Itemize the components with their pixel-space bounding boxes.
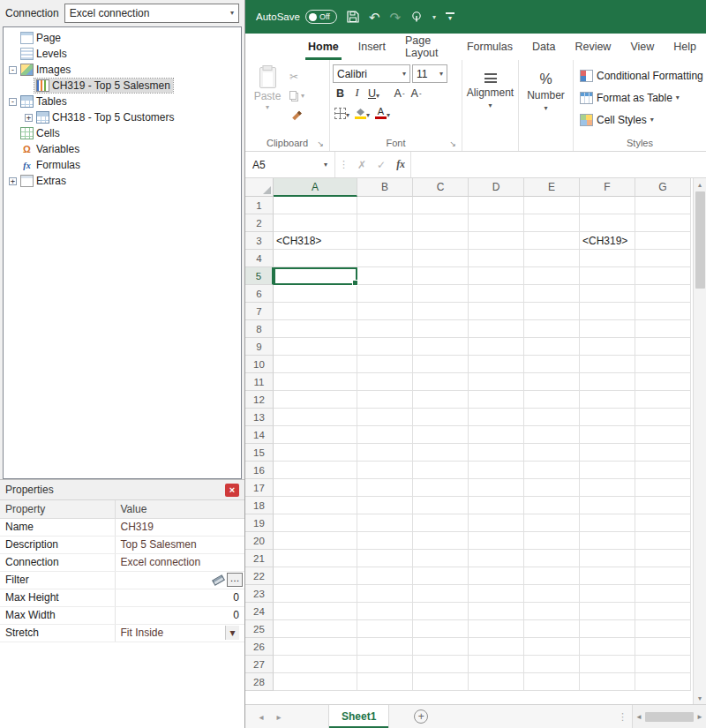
cell-B2[interactable] (357, 214, 413, 232)
cell-F1[interactable] (580, 197, 635, 214)
insert-function-icon[interactable]: fx (391, 152, 410, 177)
cell-F9[interactable] (580, 338, 635, 356)
cell-A4[interactable] (274, 250, 357, 267)
tree-item-ch319-top-5-salesmen[interactable]: CH319 - Top 5 Salesmen (4, 78, 241, 94)
row-header-21[interactable]: 21 (245, 550, 274, 567)
sheet-tab-sheet1[interactable]: Sheet1 (328, 705, 389, 728)
cancel-icon[interactable]: ✗ (352, 152, 372, 177)
cell-G18[interactable] (635, 497, 691, 514)
cell-G26[interactable] (635, 638, 691, 656)
cell-C9[interactable] (413, 338, 469, 356)
row-header-22[interactable]: 22 (245, 567, 274, 585)
column-header-A[interactable]: A (274, 178, 357, 197)
cell-G20[interactable] (635, 532, 691, 550)
sheet-nav-right-icon[interactable]: ▸ (270, 705, 288, 728)
cell-F15[interactable] (580, 444, 635, 462)
cell-B12[interactable] (357, 391, 413, 409)
cell-E15[interactable] (524, 444, 580, 462)
cell-G21[interactable] (635, 550, 691, 567)
cell-F12[interactable] (580, 391, 635, 409)
property-value[interactable]: … (115, 571, 244, 589)
cell-C10[interactable] (413, 356, 469, 373)
ribbon-tab-review[interactable]: Review (565, 34, 620, 60)
row-header-23[interactable]: 23 (245, 585, 274, 603)
cell-A8[interactable] (274, 320, 357, 338)
cell-G25[interactable] (635, 620, 691, 638)
horizontal-scrollbar[interactable]: ◄ ► (632, 705, 706, 728)
cell-C16[interactable] (413, 462, 469, 479)
row-header-12[interactable]: 12 (245, 391, 274, 409)
cell-D3[interactable] (469, 232, 524, 250)
ribbon-tab-page-layout[interactable]: Page Layout (395, 34, 457, 60)
cell-C2[interactable] (413, 214, 469, 232)
row-header-15[interactable]: 15 (245, 444, 274, 462)
cell-C18[interactable] (413, 497, 469, 514)
cell-D18[interactable] (469, 497, 524, 514)
cell-G7[interactable] (635, 303, 691, 320)
cell-C7[interactable] (413, 303, 469, 320)
format-painter-button[interactable] (287, 107, 307, 124)
cell-E12[interactable] (524, 391, 580, 409)
cell-F5[interactable] (580, 267, 635, 285)
cell-E13[interactable] (524, 409, 580, 426)
cell-C11[interactable] (413, 373, 469, 391)
cell-B26[interactable] (357, 638, 413, 656)
scroll-down-icon[interactable]: ▾ (694, 692, 706, 704)
property-row-description[interactable]: DescriptionTop 5 Salesmen (0, 536, 244, 553)
scroll-left-icon[interactable]: ◄ (633, 705, 645, 728)
cell-F10[interactable] (580, 356, 635, 373)
tree-item-extras[interactable]: +Extras (4, 173, 241, 189)
row-header-10[interactable]: 10 (245, 356, 274, 373)
cell-B23[interactable] (357, 585, 413, 603)
cell-G17[interactable] (635, 479, 691, 497)
chevron-down-icon[interactable]: ▾ (437, 71, 443, 78)
property-row-filter[interactable]: Filter… (0, 571, 244, 589)
cell-C15[interactable] (413, 444, 469, 462)
cell-A28[interactable] (274, 673, 357, 691)
cell-E14[interactable] (524, 426, 580, 444)
cell-A11[interactable] (274, 373, 357, 391)
cell-D28[interactable] (469, 673, 524, 691)
touch-mode-icon[interactable] (410, 11, 423, 23)
eraser-icon[interactable] (212, 574, 225, 586)
cell-C27[interactable] (413, 656, 469, 673)
cell-styles-button[interactable]: Cell Styles ▾ (580, 110, 703, 130)
cell-F22[interactable] (580, 567, 635, 585)
column-header-B[interactable]: B (357, 178, 413, 197)
cell-A10[interactable] (274, 356, 357, 373)
cell-B18[interactable] (357, 497, 413, 514)
cell-C23[interactable] (413, 585, 469, 603)
cell-F17[interactable] (580, 479, 635, 497)
cell-F14[interactable] (580, 426, 635, 444)
cell-E8[interactable] (524, 320, 580, 338)
chevron-down-icon[interactable]: ▾ (400, 71, 406, 78)
cell-G14[interactable] (635, 426, 691, 444)
cell-D4[interactable] (469, 250, 524, 267)
cell-F24[interactable] (580, 603, 635, 620)
conditional-formatting-button[interactable]: Conditional Formatting (580, 66, 703, 86)
cell-G8[interactable] (635, 320, 691, 338)
cell-D8[interactable] (469, 320, 524, 338)
ribbon-tab-data[interactable]: Data (522, 34, 565, 60)
cell-B19[interactable] (357, 514, 413, 532)
cell-E5[interactable] (524, 267, 580, 285)
cell-D7[interactable] (469, 303, 524, 320)
cell-A26[interactable] (274, 638, 357, 656)
autosave-pill[interactable]: Off (305, 10, 337, 24)
cell-E11[interactable] (524, 373, 580, 391)
borders-button[interactable]: ▾ (333, 104, 351, 122)
cell-A12[interactable] (274, 391, 357, 409)
cell-G10[interactable] (635, 356, 691, 373)
collapse-icon[interactable]: - (9, 98, 17, 106)
scrollbar-thumb[interactable] (695, 191, 705, 289)
row-header-2[interactable]: 2 (245, 214, 274, 232)
row-header-24[interactable]: 24 (245, 603, 274, 620)
row-header-26[interactable]: 26 (245, 638, 274, 656)
autosave-toggle[interactable]: AutoSave Off (256, 10, 337, 24)
tree-item-variables[interactable]: ΩVariables (4, 141, 241, 157)
cell-D21[interactable] (469, 550, 524, 567)
cell-F21[interactable] (580, 550, 635, 567)
chevron-down-icon[interactable]: ▾ (432, 13, 436, 21)
row-header-25[interactable]: 25 (245, 620, 274, 638)
cell-E18[interactable] (524, 497, 580, 514)
